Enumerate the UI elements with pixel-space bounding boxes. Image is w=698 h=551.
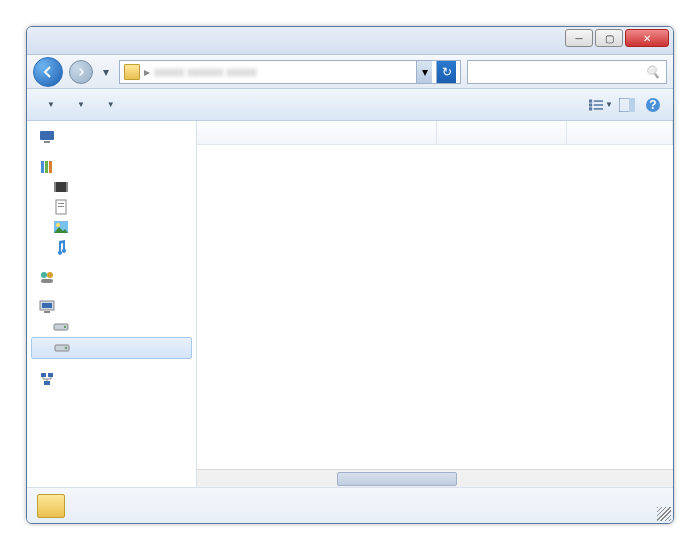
column-headers [197, 121, 673, 145]
nav-forward-button [69, 60, 93, 84]
arrow-left-icon [41, 65, 55, 79]
svg-point-22 [56, 223, 60, 227]
column-date[interactable] [437, 121, 567, 144]
svg-rect-10 [40, 131, 54, 140]
help-button[interactable]: ? [641, 93, 665, 117]
chevron-down-icon: ▼ [77, 100, 85, 109]
svg-rect-19 [58, 203, 64, 204]
resize-grip[interactable] [657, 507, 671, 521]
drive-icon [53, 319, 69, 335]
pictures-icon [53, 219, 69, 235]
chevron-down-icon: ▼ [605, 100, 613, 109]
svg-text:?: ? [649, 98, 656, 112]
chevron-down-icon: ▼ [47, 100, 55, 109]
sidebar-item-music[interactable] [31, 237, 192, 257]
chevron-right-icon: ▸ [144, 65, 150, 79]
svg-rect-3 [594, 100, 603, 102]
svg-rect-2 [589, 107, 592, 110]
maximize-button[interactable]: ▢ [595, 29, 623, 47]
svg-point-32 [65, 347, 67, 349]
sidebar-item-network[interactable] [31, 369, 192, 389]
chevron-down-icon: ▼ [107, 100, 115, 109]
svg-point-23 [41, 272, 47, 278]
explorer-window: ─ ▢ ✕ ▾ ▸ xxxxx xxxxxx xxxxx ▾ ↻ 🔍 ▼ ▼ ▼… [26, 26, 674, 524]
sidebar-item-video[interactable] [31, 177, 192, 197]
svg-rect-33 [41, 373, 46, 377]
close-button[interactable]: ✕ [625, 29, 669, 47]
video-icon [53, 179, 69, 195]
svg-point-30 [64, 326, 66, 328]
toolbar: ▼ ▼ ▼ ▼ ? [27, 89, 673, 121]
svg-rect-14 [49, 161, 52, 173]
sidebar-item-documents[interactable] [31, 197, 192, 217]
scroll-thumb[interactable] [337, 472, 457, 486]
svg-rect-0 [589, 99, 592, 102]
svg-rect-16 [54, 182, 56, 192]
svg-rect-27 [42, 303, 52, 308]
preview-pane-button[interactable] [615, 93, 639, 117]
svg-rect-25 [41, 279, 53, 283]
music-icon [53, 239, 69, 255]
search-icon: 🔍 [645, 65, 660, 79]
svg-rect-11 [44, 141, 50, 143]
svg-rect-28 [44, 311, 50, 313]
add-to-library-button[interactable]: ▼ [65, 96, 93, 113]
desktop-icon [39, 129, 55, 145]
pane-icon [619, 98, 635, 112]
sidebar-item-libraries[interactable] [31, 157, 192, 177]
drive-icon [54, 340, 70, 356]
svg-rect-5 [594, 108, 603, 110]
svg-rect-15 [54, 182, 68, 192]
sidebar-item-local-disk-a[interactable] [31, 317, 192, 337]
svg-rect-7 [629, 98, 635, 112]
navbar: ▾ ▸ xxxxx xxxxxx xxxxx ▾ ↻ 🔍 [27, 55, 673, 89]
horizontal-scrollbar[interactable] [197, 469, 673, 487]
nav-back-button[interactable] [33, 57, 63, 87]
file-list [197, 121, 673, 487]
documents-icon [53, 199, 69, 215]
search-input[interactable]: 🔍 [467, 60, 667, 84]
minimize-button[interactable]: ─ [565, 29, 593, 47]
svg-rect-13 [45, 161, 48, 173]
titlebar[interactable]: ─ ▢ ✕ [27, 27, 673, 55]
libraries-icon [39, 159, 55, 175]
homegroup-icon [39, 269, 55, 285]
nav-history-dropdown[interactable]: ▾ [99, 65, 113, 79]
column-name[interactable] [197, 121, 437, 144]
sidebar-item-desktop[interactable] [31, 127, 192, 147]
sidebar-item-homegroup[interactable] [31, 267, 192, 287]
column-type[interactable] [567, 121, 673, 144]
folder-icon [124, 64, 140, 80]
organize-button[interactable]: ▼ [35, 96, 63, 113]
svg-rect-17 [66, 182, 68, 192]
svg-rect-20 [58, 206, 64, 207]
arrow-right-icon [76, 67, 86, 77]
help-icon: ? [645, 97, 661, 113]
view-options-button[interactable]: ▼ [589, 93, 613, 117]
refresh-button[interactable]: ↻ [436, 61, 456, 83]
status-bar [27, 487, 673, 523]
svg-rect-1 [589, 103, 592, 106]
svg-rect-34 [48, 373, 53, 377]
folder-icon [37, 494, 65, 518]
svg-point-24 [47, 272, 53, 278]
address-path: xxxxx xxxxxx xxxxx [154, 65, 412, 79]
address-bar[interactable]: ▸ xxxxx xxxxxx xxxxx ▾ ↻ [119, 60, 461, 84]
svg-rect-4 [594, 104, 603, 106]
view-icon [589, 98, 603, 112]
address-dropdown[interactable]: ▾ [416, 61, 432, 83]
file-rows [197, 145, 673, 469]
svg-rect-12 [41, 161, 44, 173]
sidebar-item-pictures[interactable] [31, 217, 192, 237]
computer-icon [39, 299, 55, 315]
sidebar [27, 121, 197, 487]
share-button[interactable]: ▼ [95, 96, 123, 113]
svg-rect-35 [44, 381, 50, 385]
sidebar-item-computer[interactable] [31, 297, 192, 317]
network-icon [39, 371, 55, 387]
sidebar-item-local-disk-b[interactable] [31, 337, 192, 359]
